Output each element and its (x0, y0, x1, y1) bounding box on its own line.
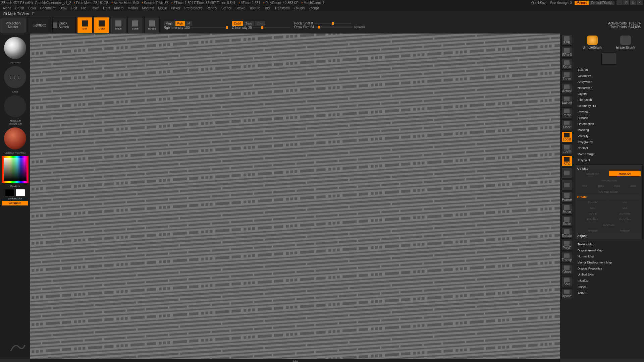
rtray-scale[interactable]: Scale (561, 216, 572, 227)
panel-item-import[interactable]: Import (576, 284, 642, 290)
menu-item[interactable]: Edit (71, 6, 77, 10)
rtray-local[interactable]: Local (561, 131, 572, 142)
rgb-intensity-slider[interactable] (191, 27, 228, 28)
menu-item[interactable]: Macro (114, 6, 124, 10)
rtray-persp[interactable]: Persp (561, 107, 572, 118)
restore-icon[interactable]: ⧉ (630, 0, 636, 5)
mrgb-button[interactable]: Mrgb (164, 21, 175, 26)
rtray-zoom[interactable]: Zoom (561, 71, 572, 82)
quicksave-button[interactable]: QuickSave (531, 1, 547, 5)
simplebrush-button[interactable]: SimpleBrush (582, 36, 602, 49)
menu-item[interactable]: Draw (59, 6, 67, 10)
zsub-button[interactable]: Zsub (244, 21, 254, 26)
menu-item[interactable]: Tool (264, 6, 270, 10)
close-icon[interactable]: ✕ (637, 0, 643, 5)
color-picker[interactable] (2, 156, 29, 183)
alternate-button[interactable]: Alternate (2, 201, 28, 205)
panel-item-preview[interactable]: Preview (576, 109, 642, 115)
panel-item-geometry-hd[interactable]: Geometry HD (576, 103, 642, 109)
rtray-xyz[interactable]: XYZ (561, 156, 572, 166)
menu-item[interactable]: Zscript (309, 6, 319, 10)
menus-button[interactable]: Menus (575, 1, 589, 5)
panel-item-initialize[interactable]: Initialize (576, 278, 642, 284)
tool-thumbnail[interactable] (601, 53, 616, 65)
menu-item[interactable]: Texture (249, 6, 260, 10)
draw-size-slider[interactable] (316, 26, 353, 28)
panel-item-geometry[interactable]: Geometry (576, 73, 642, 79)
panel-item-polygroups[interactable]: Polygroups (576, 139, 642, 145)
viewport[interactable] (30, 34, 560, 359)
morph-uv-button[interactable]: Morph UV (609, 171, 641, 176)
min-icon[interactable]: – (616, 0, 623, 5)
edit-mode-button[interactable]: Edit (77, 17, 93, 33)
menu-item[interactable]: Color (28, 6, 36, 10)
panel-item-displacement-map[interactable]: Displacement Map (576, 247, 642, 253)
stroke-button[interactable] (4, 66, 26, 88)
menu-item[interactable]: Transform (274, 6, 289, 10)
panel-item-polypaint[interactable]: Polypaint (576, 157, 642, 163)
rtray-blank[interactable] (561, 168, 572, 178)
menu-item[interactable]: Render (207, 6, 218, 10)
quicksketch-button[interactable]: Quick Sketch (52, 17, 76, 33)
panel-item-subtool[interactable]: SubTool (576, 67, 642, 73)
secondary-color-swatch[interactable] (16, 189, 25, 196)
panel-item-deformation[interactable]: Deformation (576, 121, 642, 127)
menu-item[interactable]: Picker (171, 6, 180, 10)
lightbox-button[interactable]: LightBox (28, 17, 51, 33)
panel-item-arraymesh[interactable]: ArrayMesh (576, 79, 642, 85)
menu-item[interactable]: Stencil (221, 6, 231, 10)
rtray-lsym[interactable]: LSym (561, 143, 572, 154)
rtray-solo[interactable]: Solo (561, 276, 572, 287)
panel-item-surface[interactable]: Surface (576, 115, 642, 121)
rtray-frame[interactable]: Frame (561, 192, 572, 202)
rgb-button[interactable]: Rgb (175, 21, 185, 26)
menu-item[interactable]: Preferences (184, 6, 203, 10)
rtray-transp[interactable]: Transp (561, 252, 572, 263)
rtray-bpr[interactable]: BPR (561, 35, 572, 46)
rotate-mode-button[interactable]: Rotate (144, 17, 160, 33)
menu-item[interactable]: Zplugin (294, 6, 305, 10)
script-button[interactable]: DefaultZScript (589, 1, 614, 5)
panel-item-layers[interactable]: Layers (576, 91, 642, 97)
rtray-aahalf[interactable]: AAHalf (561, 95, 572, 106)
max-icon[interactable]: ▢ (623, 0, 629, 5)
rtray-xpose[interactable]: Xpose (561, 288, 572, 299)
menu-item[interactable]: Material (142, 6, 154, 10)
m-button[interactable]: M (185, 21, 192, 26)
rtray-scroll[interactable]: Scroll (561, 59, 572, 70)
rtray-rotate[interactable]: Rotate (561, 228, 572, 239)
menu-item[interactable]: File (81, 6, 87, 10)
delete-uv-button[interactable]: Delete UV (577, 171, 608, 176)
move-mode-button[interactable]: Move (111, 17, 126, 33)
panel-item-nanomesh[interactable]: NanoMesh (576, 85, 642, 91)
panel-item-vector-displacement-map[interactable]: Vector Displacement Map (576, 259, 642, 265)
menu-item[interactable]: Movie (158, 6, 167, 10)
rtray-ghost[interactable]: Ghost (561, 264, 572, 275)
switchcolor-button[interactable]: SwitchColor (1, 197, 29, 200)
z-intensity-slider[interactable] (253, 27, 290, 28)
bottom-handle[interactable]: ▴▴▴ (30, 359, 560, 362)
brush-button[interactable] (4, 37, 26, 59)
projection-master-button[interactable]: Projection Master (0, 17, 26, 33)
panel-item-morph-target[interactable]: Morph Target (576, 151, 642, 157)
panel-item-visibility[interactable]: Visibility (576, 133, 642, 139)
menu-item[interactable]: Marker (127, 6, 138, 10)
rtray-floor[interactable]: Floor (561, 119, 572, 130)
zadd-button[interactable]: Zadd (232, 21, 243, 26)
rtray-actual[interactable]: Actual (561, 83, 572, 94)
scale-mode-button[interactable]: Scale (127, 17, 143, 33)
rtray-polyf[interactable]: PolyF (561, 240, 572, 251)
rtray-move[interactable]: Move (561, 204, 572, 215)
rtray-blank[interactable] (561, 180, 572, 190)
menu-item[interactable]: Brush (15, 6, 24, 10)
main-color-swatch[interactable] (5, 189, 14, 196)
menu-item[interactable]: Document (40, 6, 56, 10)
draw-mode-button[interactable]: Draw (94, 17, 109, 33)
panel-item-texture-map[interactable]: Texture Map (576, 241, 642, 247)
panel-item-display-properties[interactable]: Display Properties (576, 265, 642, 272)
panel-item-fibermesh[interactable]: FiberMesh (576, 97, 642, 103)
panel-item-unified-skin[interactable]: Unified Skin (576, 272, 642, 278)
zcut-button[interactable]: Zcut (255, 21, 265, 26)
alpha-button[interactable] (4, 95, 26, 117)
menu-item[interactable]: Alpha (3, 6, 11, 10)
